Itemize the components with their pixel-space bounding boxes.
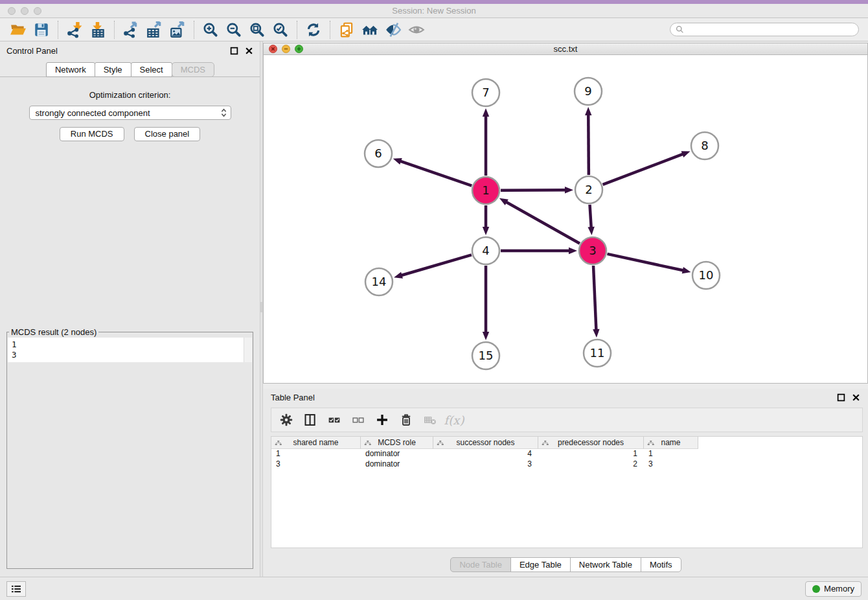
- tab-network-table[interactable]: Network Table: [570, 557, 641, 572]
- float-table-panel-button[interactable]: [837, 393, 845, 402]
- import-network-icon: [66, 21, 83, 38]
- import-network-button[interactable]: [65, 20, 84, 40]
- column-header-MCDS-role[interactable]: MCDS role: [361, 437, 433, 449]
- search-input[interactable]: [687, 25, 853, 34]
- graph-edge-2-9[interactable]: [588, 114, 589, 175]
- tab-select[interactable]: Select: [131, 62, 172, 77]
- table-panel: Table Panel: [263, 389, 868, 577]
- column-header-name[interactable]: name: [644, 437, 698, 449]
- table-header-row: shared nameMCDS rolesuccessor nodesprede…: [271, 437, 862, 449]
- column-type-icon: [364, 439, 371, 446]
- save-session-button[interactable]: [32, 20, 51, 40]
- tab-motifs[interactable]: Motifs: [641, 557, 681, 572]
- cell-shared-name[interactable]: 3: [271, 459, 361, 470]
- result-scrollbar[interactable]: [244, 338, 252, 362]
- task-history-button[interactable]: [6, 581, 26, 597]
- export-table-button[interactable]: [144, 20, 164, 40]
- tab-mcds[interactable]: MCDS: [172, 62, 214, 77]
- edge-arrowhead: [499, 198, 508, 205]
- trash-icon: [400, 413, 413, 426]
- cell-predecessor-nodes[interactable]: 2: [538, 459, 644, 470]
- edge-arrowhead: [394, 272, 403, 279]
- cell-successor-nodes[interactable]: 3: [433, 459, 538, 470]
- run-mcds-button[interactable]: Run MCDS: [60, 127, 124, 141]
- graph-edge-3-10[interactable]: [607, 254, 683, 271]
- table-settings-button[interactable]: [279, 413, 293, 427]
- mcds-result-view[interactable]: 13: [8, 338, 252, 362]
- graph-edge-4-14[interactable]: [401, 255, 472, 275]
- graph-edge-2-3[interactable]: [589, 205, 591, 228]
- zoom-out-button[interactable]: [224, 20, 244, 40]
- graph-edge-1-6[interactable]: [400, 161, 472, 185]
- level-of-detail-button[interactable]: [407, 20, 426, 40]
- network-canvas[interactable]: 7968124314101511: [263, 55, 868, 384]
- tab-style[interactable]: Style: [95, 62, 131, 77]
- criterion-value: strongly connected component: [36, 108, 220, 118]
- show-columns-button[interactable]: [303, 413, 317, 427]
- close-panel-button[interactable]: [245, 47, 253, 55]
- criterion-select[interactable]: strongly connected component: [29, 106, 231, 120]
- cell-predecessor-nodes[interactable]: 1: [538, 449, 644, 459]
- export-network-button[interactable]: [121, 20, 141, 40]
- tab-network[interactable]: Network: [46, 62, 95, 77]
- first-neighbors-button[interactable]: [360, 20, 380, 40]
- graph-node-label: 4: [482, 244, 489, 257]
- export-image-icon: [169, 21, 186, 38]
- horizontal-splitter[interactable]: [263, 384, 868, 389]
- deselect-all-button[interactable]: [351, 413, 365, 427]
- table-row[interactable]: 1dominator411: [271, 449, 862, 459]
- export-image-button[interactable]: [168, 20, 187, 40]
- graph-edge-3-11[interactable]: [593, 266, 596, 330]
- graph-node-label: 6: [374, 146, 382, 160]
- zoom-selected-button[interactable]: [271, 20, 290, 40]
- cell-MCDS-role[interactable]: dominator: [361, 459, 433, 470]
- cell-MCDS-role[interactable]: dominator: [361, 449, 433, 459]
- add-column-button[interactable]: [375, 413, 389, 427]
- plus-icon: [376, 413, 389, 426]
- network-graph[interactable]: 7968124314101511: [264, 55, 866, 380]
- graph-node-label: 10: [699, 268, 714, 282]
- vertical-splitter[interactable]: [260, 41, 263, 577]
- toolbar-separator: [194, 21, 194, 39]
- export-table-icon: [146, 21, 163, 38]
- close-icon: [245, 47, 253, 55]
- table-row[interactable]: 3dominator323: [271, 459, 862, 470]
- column-header-predecessor-nodes[interactable]: predecessor nodes: [538, 437, 644, 449]
- table-toolbar: f(x): [271, 408, 863, 432]
- search-box[interactable]: [670, 23, 859, 36]
- column-header-successor-nodes[interactable]: successor nodes: [433, 437, 538, 449]
- graph-edge-2-8[interactable]: [603, 154, 684, 184]
- close-panel-button-mcds[interactable]: Close panel: [134, 127, 201, 141]
- graph-node-label: 11: [590, 346, 605, 360]
- cell-name[interactable]: 1: [644, 449, 698, 459]
- select-all-button[interactable]: [327, 413, 341, 427]
- cell-successor-nodes[interactable]: 4: [433, 449, 538, 459]
- refresh-view-button[interactable]: [304, 20, 323, 40]
- import-table-button[interactable]: [88, 20, 108, 40]
- delete-column-button[interactable]: [399, 413, 413, 427]
- column-header-label: name: [661, 438, 680, 447]
- graph-edge-3-1[interactable]: [505, 202, 579, 244]
- open-session-button[interactable]: [8, 20, 28, 40]
- tab-node-table[interactable]: Node Table: [450, 557, 511, 572]
- edge-arrowhead: [393, 158, 402, 165]
- cell-shared-name[interactable]: 1: [271, 449, 361, 459]
- cell-name[interactable]: 3: [644, 459, 698, 470]
- graph-edge-1-2[interactable]: [501, 190, 566, 190]
- tab-edge-table[interactable]: Edge Table: [510, 557, 571, 572]
- node-table[interactable]: shared nameMCDS rolesuccessor nodesprede…: [271, 436, 863, 548]
- clone-network-button[interactable]: [337, 20, 356, 40]
- close-table-panel-button[interactable]: [852, 393, 860, 402]
- float-panel-button[interactable]: [230, 47, 238, 55]
- optimization-criterion-label: Optimization criterion:: [0, 90, 260, 100]
- network-view-title: scc.txt: [264, 44, 867, 54]
- graph-node-label: 15: [479, 349, 494, 362]
- column-header-shared-name[interactable]: shared name: [271, 437, 361, 449]
- fit-content-button[interactable]: [247, 20, 267, 40]
- memory-button[interactable]: Memory: [805, 581, 862, 597]
- zoom-in-button[interactable]: [201, 20, 220, 40]
- control-panel: Control Panel NetworkStyleSelectMCDS Opt…: [0, 41, 260, 577]
- clone-network-icon: [338, 21, 355, 38]
- graph-node-label: 2: [585, 183, 592, 196]
- show-hide-graphics-button[interactable]: [383, 20, 403, 40]
